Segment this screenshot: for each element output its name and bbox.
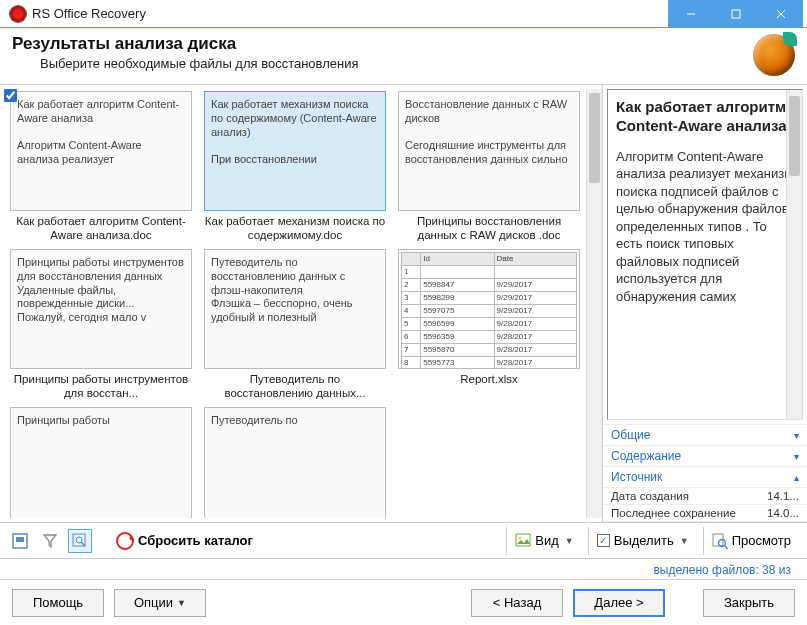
toolbar: Сбросить каталог Вид ▼ ✓ Выделить ▼ Прос… (0, 523, 807, 559)
help-button[interactable]: Помощь (12, 589, 104, 617)
search-button[interactable] (68, 529, 92, 553)
side-panel: Как работает алгоритм Content-Aware анал… (602, 85, 807, 522)
file-thumbnail: Восстановление данных с RAW дисков Сегод… (398, 91, 580, 211)
preview-button[interactable]: Просмотр (703, 527, 799, 555)
close-button[interactable] (758, 0, 803, 28)
chevron-down-icon: ▾ (794, 430, 799, 441)
file-caption: Принципы работы инструментов для восстан… (6, 373, 196, 403)
file-item[interactable]: Как работает алгоритм Content-Aware анал… (4, 89, 198, 247)
chevron-down-icon: ▼ (177, 598, 186, 608)
property-row: Последнее сохранение14.0... (603, 505, 807, 522)
file-item[interactable]: Путеводитель по восстановлению данных с … (198, 247, 392, 405)
minimize-button[interactable] (668, 0, 713, 28)
view-dropdown[interactable]: Вид ▼ (506, 527, 581, 555)
reset-catalog-button[interactable]: Сбросить каталог (116, 532, 253, 550)
product-logo (753, 34, 795, 76)
properties-list: Дата создания14.1...Последнее сохранение… (603, 488, 807, 522)
window-title: RS Office Recovery (32, 6, 668, 21)
property-row: Дата создания14.1... (603, 488, 807, 505)
titlebar: RS Office Recovery (0, 0, 807, 28)
refresh-icon (116, 532, 134, 550)
file-thumbnail: Путеводитель по (204, 407, 386, 518)
preview-title: Как работает алгоритм Content-Aware анал… (616, 98, 794, 136)
status-selected-count: выделено файлов: 38 из (0, 559, 807, 579)
file-gallery: Как работает алгоритм Content-Aware анал… (0, 85, 602, 522)
svg-point-12 (718, 539, 725, 546)
file-caption: Report.xlsx (394, 373, 584, 403)
footer: Помощь Опции▼ < Назад Далее > Закрыть (0, 579, 807, 625)
chevron-down-icon: ▼ (680, 536, 689, 546)
file-thumbnail: Как работает механизм поиска по содержим… (204, 91, 386, 211)
file-item[interactable]: Как работает механизм поиска по содержим… (198, 89, 392, 247)
page-title: Результаты анализа диска (12, 34, 753, 54)
file-caption: Путеводитель по восстановлению данных... (200, 373, 390, 403)
preview-scrollbar[interactable] (786, 90, 802, 419)
picture-icon (515, 533, 531, 549)
svg-line-13 (725, 546, 728, 549)
accordion-general[interactable]: Общие ▾ (603, 425, 807, 446)
chevron-down-icon: ▼ (565, 536, 574, 546)
back-button[interactable]: < Назад (471, 589, 563, 617)
maximize-button[interactable] (713, 0, 758, 28)
file-thumbnail: Принципы работы инструментов для восстан… (10, 249, 192, 369)
file-item[interactable]: Путеводитель по (198, 405, 392, 518)
preview-body: Алгоритм Content-Aware анализа реализует… (616, 148, 794, 306)
close-button-footer[interactable]: Закрыть (703, 589, 795, 617)
file-caption: Как работает алгоритм Content-Aware анал… (6, 215, 196, 245)
svg-line-8 (81, 542, 85, 546)
select-dropdown[interactable]: ✓ Выделить ▼ (588, 527, 697, 555)
file-caption: Как работает механизм поиска по содержим… (200, 215, 390, 245)
page-subtitle: Выберите необходимые файлы для восстанов… (12, 56, 753, 71)
options-button[interactable]: Опции▼ (114, 589, 206, 617)
svg-point-10 (519, 536, 522, 539)
svg-rect-5 (16, 537, 24, 542)
svg-rect-9 (516, 534, 530, 546)
file-thumbnail: IdDate1255988479/29/2017355982999/29/201… (398, 249, 580, 369)
file-thumbnail: Путеводитель по восстановлению данных с … (204, 249, 386, 369)
chevron-down-icon: ▾ (794, 451, 799, 462)
svg-rect-1 (732, 10, 740, 18)
app-icon (10, 6, 26, 22)
preview-pane: Как работает алгоритм Content-Aware анал… (607, 89, 803, 420)
large-icons-button[interactable] (8, 529, 32, 553)
accordion-content[interactable]: Содержание ▾ (603, 446, 807, 467)
chevron-up-icon: ▴ (794, 472, 799, 483)
checkbox-icon: ✓ (597, 534, 610, 547)
file-item[interactable]: Принципы работы (4, 405, 198, 518)
file-item[interactable]: Принципы работы инструментов для восстан… (4, 247, 198, 405)
next-button[interactable]: Далее > (573, 589, 665, 617)
file-checkbox[interactable] (4, 89, 17, 102)
page-header: Результаты анализа диска Выберите необхо… (0, 28, 807, 85)
file-caption: Принципы восстановления данных с RAW дис… (394, 215, 584, 245)
file-item[interactable]: Восстановление данных с RAW дисков Сегод… (392, 89, 586, 247)
filter-button[interactable] (38, 529, 62, 553)
gallery-scrollbar[interactable] (586, 89, 602, 518)
file-item[interactable]: IdDate1255988479/29/2017355982999/29/201… (392, 247, 586, 405)
magnifier-icon (712, 533, 728, 549)
accordion-source[interactable]: Источник ▴ (603, 467, 807, 488)
file-thumbnail: Принципы работы (10, 407, 192, 518)
file-thumbnail: Как работает алгоритм Content-Aware анал… (10, 91, 192, 211)
